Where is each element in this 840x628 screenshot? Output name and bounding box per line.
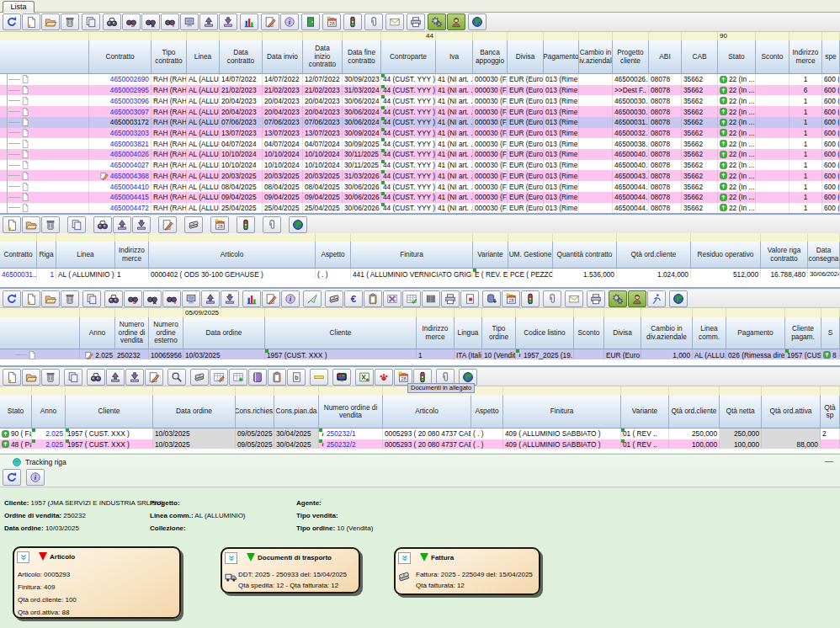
link-text[interactable]: 4650004027: [110, 161, 149, 169]
link-text[interactable]: 4650004415: [110, 193, 149, 201]
grid-righe-ordine-filter-13[interactable]: [762, 386, 821, 396]
collapse-chevron-icon[interactable]: [398, 552, 411, 564]
grid-contratti-row-0[interactable]: 4650002690RAH (RAH...AL (ALLU...14/07/20…: [0, 74, 840, 85]
grid-contratti-cell[interactable]: 4650003097: [89, 106, 152, 117]
grid-ordine-vendita-filter-13[interactable]: [693, 308, 726, 317]
grid-ordine-vendita-header-14[interactable]: Pagamento: [726, 317, 785, 349]
grid-ordine-vendita-header-15[interactable]: Cliente pagam.: [785, 317, 821, 349]
monitor-button[interactable]: [182, 290, 200, 307]
dbdown-button[interactable]: [482, 290, 501, 307]
grid-righe-ordine-header-10[interactable]: Variante: [621, 396, 669, 428]
collapse-chevron-icon[interactable]: [17, 551, 29, 563]
trash-button[interactable]: [41, 216, 60, 233]
tableplus-button[interactable]: [229, 369, 247, 386]
grid-riga-contratto-filter-13[interactable]: [808, 233, 840, 242]
grid-contratti-cell[interactable]: 4650004410: [89, 181, 152, 192]
grid-riga-contratto-filter-0[interactable]: [0, 233, 37, 242]
up-button[interactable]: [199, 13, 218, 30]
traffic-button[interactable]: [237, 216, 255, 233]
grid-righe-ordine-header-5[interactable]: Cons.pian.da: [274, 396, 319, 428]
grid-righe-ordine-filter-14[interactable]: [821, 386, 840, 396]
grid-riga-contratto-header-9[interactable]: Quantità contratto: [553, 242, 617, 268]
documenti-in-allegato-tab[interactable]: Documenti in allegato: [407, 383, 475, 393]
grid-contratti-header-17[interactable]: Stato: [718, 40, 756, 73]
grid-riga-contratto-filter-2[interactable]: [56, 233, 115, 242]
link-text[interactable]: 2.025: [45, 429, 63, 438]
refresh-button[interactable]: [3, 469, 21, 486]
find-button[interactable]: [93, 216, 112, 233]
grid-ordine-vendita-header-9[interactable]: Codice listino: [516, 317, 574, 349]
grid-contratti-header-4[interactable]: Data contratto: [220, 40, 263, 73]
grid-contratti-header-15[interactable]: ABI: [649, 40, 682, 73]
grid-contratti-row-2[interactable]: 4650003096RAH (RAH...AL (ALLU...20/04/20…: [0, 95, 840, 106]
copy-button[interactable]: [82, 13, 100, 30]
grid-righe-ordine-header-14[interactable]: Qtà sp: [821, 396, 840, 428]
grid-contratti-header-0[interactable]: [0, 40, 89, 73]
info-button[interactable]: i: [281, 290, 300, 307]
grid-contratti-header-10[interactable]: Banca appoggio: [473, 40, 508, 73]
find3-button[interactable]: [141, 13, 160, 30]
grid-ordine-vendita-header-2[interactable]: Numero ordine di vendita: [115, 317, 149, 349]
grid-ordine-vendita-header-1[interactable]: Anno: [80, 317, 115, 349]
paw-button[interactable]: [375, 369, 393, 386]
grid-ordine-vendita-header-10[interactable]: Sconto: [574, 317, 604, 349]
grid-righe-ordine-row-0[interactable]: 90 ( Fa..2.0251957 ( CUST. XXX )10/03/20…: [0, 428, 840, 439]
collapse-chevron-icon[interactable]: [225, 552, 237, 564]
link-text[interactable]: 4650004472: [110, 204, 149, 212]
globe-button[interactable]: [289, 216, 307, 233]
grid-contratti-header-2[interactable]: Tipo contratto: [152, 40, 187, 73]
grid-ordine-vendita-filter-12[interactable]: [641, 308, 693, 317]
find4-button[interactable]: [161, 13, 179, 30]
globe-button[interactable]: [669, 290, 688, 307]
money-button[interactable]: [184, 216, 203, 233]
docred-button[interactable]: [460, 290, 479, 307]
tablecheck-button[interactable]: [402, 290, 421, 307]
trash-button[interactable]: [61, 13, 79, 30]
grid-ordine-vendita-filter-7[interactable]: [455, 308, 482, 317]
grid-ordine-vendita-header-8[interactable]: Tipo ordine: [482, 317, 516, 349]
down-button[interactable]: [219, 13, 237, 30]
grid-riga-contratto-header-6[interactable]: Finitura: [351, 242, 473, 268]
grid-righe-ordine-header-11[interactable]: Qtà ord.cliente: [669, 396, 720, 428]
new-button[interactable]: [3, 369, 21, 386]
grid-righe-ordine-header-7[interactable]: Articolo: [383, 396, 471, 428]
grid-ordine-vendita-filter-15[interactable]: [785, 308, 821, 317]
tracking-riga-header[interactable]: Tracking riga—: [0, 454, 840, 469]
grid-righe-ordine-header-6[interactable]: Numero ordine di vendita: [319, 396, 383, 428]
grid-righe-ordine-filter-2[interactable]: [66, 386, 153, 396]
grid-contratti-header-12[interactable]: Pagamento: [544, 40, 579, 73]
grid-riga-contratto-filter-5[interactable]: [316, 233, 351, 242]
person-button[interactable]: [628, 290, 646, 307]
copy-button[interactable]: [64, 369, 82, 386]
clipboard-button[interactable]: [268, 369, 286, 386]
grid-contratti-cell[interactable]: 4650004368: [89, 170, 152, 181]
grid-righe-ordine-filter-12[interactable]: [720, 386, 762, 396]
grid-contratti-cell[interactable]: 4650004026: [89, 149, 152, 160]
grid-ordine-vendita-filter-5[interactable]: [265, 308, 417, 317]
grid-contratti-header-13[interactable]: Cambio in div.aziendale: [579, 40, 613, 73]
grid-contratti-filter-10[interactable]: [473, 32, 508, 40]
up-button[interactable]: [106, 369, 125, 386]
grid-contratti-row-5[interactable]: 4650003203RAH (RAH...AL (ALLU...13/07/20…: [0, 128, 840, 139]
link-text[interactable]: 46500031...: [2, 270, 37, 279]
grid-contratti-header-16[interactable]: CAB: [682, 40, 718, 73]
grid-contratti-cell[interactable]: 4650003203: [89, 128, 152, 139]
link-text[interactable]: 4650004410: [110, 183, 149, 191]
grid-righe-ordine-header-8[interactable]: Aspetto: [471, 396, 503, 428]
grid-contratti-cell[interactable]: 4650004027: [89, 160, 152, 171]
grid-contratti-cell[interactable]: 4650004472: [89, 203, 152, 214]
edit-button[interactable]: [145, 369, 163, 386]
grid-contratti-row-6[interactable]: 4650003821RAH (RAH...AL (ALLU...04/07/20…: [0, 138, 840, 149]
grid-contratti-filter-5[interactable]: [263, 32, 303, 40]
magnify-button[interactable]: [167, 369, 186, 386]
book-button[interactable]: [248, 369, 267, 386]
grid-contratti-filter-20[interactable]: [822, 32, 840, 40]
link-text[interactable]: 4650003821: [110, 140, 149, 148]
runner-button[interactable]: [647, 290, 666, 307]
link-text[interactable]: 1: [50, 270, 54, 279]
grid-ordine-vendita-header-7[interactable]: Lingua: [455, 317, 482, 349]
grid-contratti-cell[interactable]: 4650003096: [89, 95, 152, 106]
grid-contratti-filter-9[interactable]: [436, 32, 473, 40]
tablex-button[interactable]: [383, 290, 401, 307]
grid-riga-contratto-filter-7[interactable]: [473, 233, 508, 242]
